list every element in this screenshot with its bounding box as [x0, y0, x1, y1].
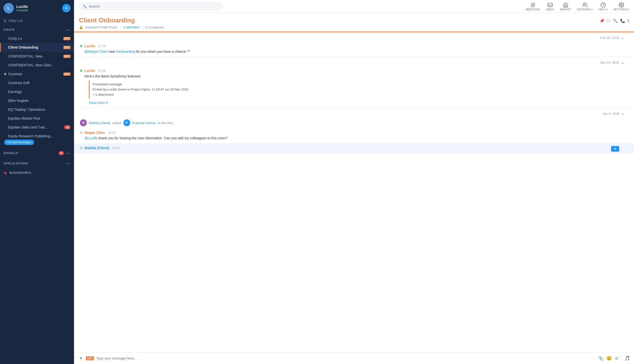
chats-menu-icon[interactable]: ⋯	[66, 27, 70, 32]
matilda-avatar: M	[80, 119, 87, 126]
message-sender: Lucille 21:08	[80, 69, 622, 73]
settings-label: SETTINGS ▾	[614, 8, 629, 11]
show-more-link[interactable]: Show More ▾	[89, 100, 108, 105]
network-nav-item[interactable]: NETWORK ▾	[577, 2, 592, 11]
message-sender: Megan Chen 18:29	[80, 131, 622, 135]
ext-badge: EXT	[86, 356, 94, 360]
applications-menu-icon[interactable]: ⋯	[66, 161, 70, 166]
info-button[interactable]: ℹ	[628, 18, 629, 23]
attachment-icon[interactable]: 📎	[598, 356, 604, 361]
input-area: ▼ EXT 📎 😊 ⊘ 🎵	[74, 352, 634, 364]
show-more-label: Show More	[89, 100, 105, 105]
mentions-nav-item[interactable]: @ MENTIONS	[526, 2, 540, 11]
sidebar-item-confidential-1[interactable]: CONFIDENTIAL: New... EXT	[0, 52, 74, 61]
sidebar-item-equities-sales[interactable]: Equities Sales and Trad... 26	[0, 123, 74, 132]
market-nav-item[interactable]: MARKET	[560, 2, 571, 11]
filter-bar[interactable]: ☰ Filter List	[0, 16, 74, 25]
signals-menu-icon[interactable]: ⋯	[66, 150, 70, 156]
text-part: new	[108, 50, 116, 54]
separator2: |	[142, 26, 142, 29]
sidebar: L Lucille Available + ☰ Filter List CHAT…	[0, 0, 74, 364]
sidebar-item-eq-trading[interactable]: EQ Trading / Operations	[0, 105, 74, 114]
user-status: Available	[16, 9, 60, 12]
sidebar-item-ellen-hughes[interactable]: Ellen Hughes	[0, 96, 74, 105]
input-icons: 📎 😊 ⊘ 🎵	[598, 356, 630, 361]
collapse-date-icon[interactable]: ▲	[621, 36, 624, 40]
message-text: @Lucille thank you for sharing the new i…	[80, 136, 622, 141]
user-name: Lucille	[16, 4, 60, 9]
input-divider	[622, 356, 622, 361]
status-dot	[4, 38, 6, 40]
add-button[interactable]: +	[62, 4, 70, 12]
message-group-5: Matilda (Client) 18:31 ▼	[74, 144, 634, 154]
emoji-icon[interactable]: 😊	[606, 356, 612, 361]
chat-item-label: CONFIDENTIAL: New...	[8, 54, 62, 58]
date-divider-mar: Mar 24, 2018 ▲	[74, 57, 634, 66]
members-link[interactable]: 3 Members	[123, 26, 140, 29]
search-chat-button[interactable]: 🔍	[613, 18, 618, 23]
sidebar-item-courtney[interactable]: Courtney EXT	[0, 70, 74, 78]
user-info: Lucille Available	[16, 4, 60, 12]
message-time: 21:08	[98, 69, 106, 72]
message-time: 18:29	[108, 131, 115, 134]
clear-icon[interactable]: ⊘	[615, 356, 618, 361]
svg-point-1	[583, 3, 585, 4]
sidebar-item-equity-research[interactable]: Equity Research Publishing ... Unread me…	[0, 132, 74, 140]
message-input[interactable]	[96, 356, 596, 360]
forwarded-block: Forwarded message: Posted by Lucille Gre…	[89, 80, 622, 99]
inbox-label: INBOX	[546, 8, 554, 11]
chat-item-label: Equities Sales and Trad...	[8, 125, 62, 129]
status-dot-online	[4, 73, 6, 75]
call-button[interactable]: 📞	[620, 18, 625, 23]
lock-icon: 🔒	[79, 25, 83, 29]
mentions-label: MENTIONS	[526, 8, 540, 11]
popup-button[interactable]: ⬡	[607, 18, 610, 23]
pradeep-link[interactable]: Pradeep Parmar	[132, 121, 156, 125]
date-label: Mar 24, 2018	[600, 61, 620, 64]
collapse-date-icon[interactable]: ▲	[621, 61, 624, 64]
messages-area: Feb 26, 2018 ▲ Lucille 17:18 @Megan Chen…	[74, 32, 634, 352]
system-text: added	[112, 121, 121, 125]
settings-nav-item[interactable]: SETTINGS ▾	[614, 2, 629, 11]
text-part: for you when you have a chance ^^	[136, 50, 190, 54]
market-icon	[563, 2, 568, 8]
help-nav-item[interactable]: HELP ▾	[598, 2, 608, 11]
forwarded-label: Forwarded message:	[92, 82, 619, 87]
sidebar-item-client-onboarding[interactable]: Client Onboarding EXT	[0, 43, 74, 52]
status-dot	[4, 55, 6, 57]
chat-item-label: Equities Market Flow	[8, 116, 70, 120]
status-dot	[4, 126, 6, 128]
chats-label: CHATS	[4, 28, 14, 32]
chat-item-label: Equity Research Publishing ...	[8, 134, 70, 138]
pin-button[interactable]: 📌	[600, 18, 604, 23]
message-group-2: Lucille 21:08 Here's the latest Symphony…	[74, 66, 634, 108]
search-bar[interactable]: 🔍	[79, 2, 222, 10]
matilda-link[interactable]: Matilda (Client)	[89, 121, 110, 125]
top-nav: 🔍 @ MENTIONS INBOX MARKET	[74, 0, 634, 13]
message-sender: Matilda (Client) 18:31	[80, 146, 628, 150]
mention: @Lucille	[84, 136, 98, 140]
unread-badge: 26	[64, 125, 70, 129]
status-dot	[4, 118, 6, 119]
sidebar-item-courtney-duff[interactable]: Courtney Duff	[0, 78, 74, 87]
sidebar-item-earnings[interactable]: Earnings	[0, 87, 74, 96]
inbox-nav-item[interactable]: INBOX	[546, 2, 554, 11]
bookmarks-label: BOOKMARKS	[9, 171, 31, 174]
chat-item-label: CONFIDENTIAL: New Clien...	[8, 63, 70, 67]
music-icon[interactable]: 🎵	[625, 356, 630, 361]
ext-tag: EXT	[64, 55, 70, 58]
sidebar-item-confidential-2[interactable]: CONFIDENTIAL: New Clien...	[0, 61, 74, 70]
message-group-1: Lucille 17:18 @Megan Chen new #onboardin…	[74, 42, 634, 57]
signals-section: SIGNALS 8 ⋯	[0, 148, 74, 158]
collapse-date-icon[interactable]: ▲	[621, 112, 624, 116]
search-input[interactable]	[89, 4, 218, 8]
message-dropdown-button[interactable]: ▼	[611, 146, 619, 152]
chat-item-label: Courtney Duff	[8, 81, 70, 85]
network-icon	[582, 2, 588, 8]
room-type: External Private Room	[86, 26, 118, 29]
unread-messages-tooltip: Unread messages	[4, 140, 34, 145]
sidebar-item-cindy-lu[interactable]: Cindy Lu EXT	[0, 34, 74, 43]
sidebar-item-equities-market-flow[interactable]: Equities Market Flow	[0, 114, 74, 123]
collapse-button[interactable]: ▼	[78, 355, 84, 362]
sender-name: Lucille	[84, 69, 95, 73]
